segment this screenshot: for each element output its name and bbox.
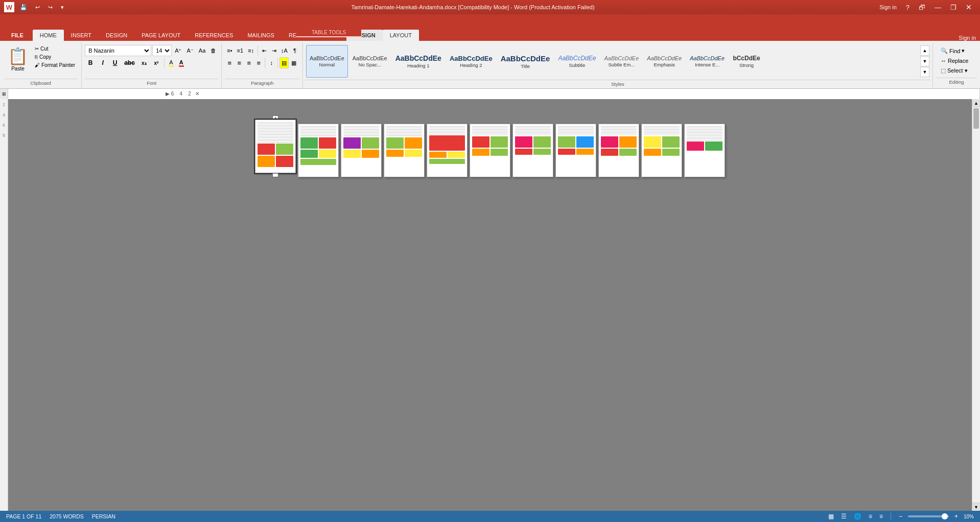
show-formatting-button[interactable]: ¶: [290, 45, 299, 56]
copy-button[interactable]: ⎘ Copy: [33, 53, 77, 61]
pages-container: ✛: [245, 99, 735, 193]
tab-references[interactable]: REFERENCES: [188, 30, 240, 41]
redo-button[interactable]: ↪: [45, 3, 55, 12]
clear-formatting-button[interactable]: 🗑: [208, 45, 218, 56]
style-item-subtitle[interactable]: AaBbCcDdEeSubtitle: [554, 45, 599, 78]
format-painter-button[interactable]: 🖌 Format Painter: [33, 61, 77, 69]
zoom-out-btn[interactable]: −: [897, 513, 904, 520]
increase-indent-button[interactable]: ⇥: [269, 45, 278, 56]
style-item-normal[interactable]: AaBbCcDdEeNormal: [306, 45, 348, 78]
style-item-title[interactable]: AaBbCcDdEeTitle: [497, 45, 554, 78]
undo-button[interactable]: ↩: [33, 3, 42, 12]
outline-view-btn[interactable]: ≡: [867, 513, 874, 520]
style-item-heading[interactable]: AaBbCcDdEeHeading 2: [446, 45, 496, 78]
zoom-slider[interactable]: [908, 515, 949, 517]
style-item-nospac[interactable]: AaBbCcDdEeNo Spac...: [349, 45, 391, 78]
quick-save-button[interactable]: 💾: [17, 3, 30, 12]
styles-more[interactable]: ▼: [920, 67, 929, 77]
tab-insert[interactable]: INSERT: [64, 30, 99, 41]
style-item-emphasis[interactable]: AaBbCcDdEeEmphasis: [643, 45, 685, 78]
restore-button[interactable]: ❐: [946, 3, 961, 12]
shading-button[interactable]: ▤: [279, 57, 289, 68]
tab-mailings[interactable]: MAILINGS: [240, 30, 282, 41]
sign-in-btn[interactable]: Sign in: [959, 35, 976, 41]
styles-scroll-up[interactable]: ▲: [920, 45, 929, 56]
page-3: [341, 124, 382, 177]
font-color-button[interactable]: A: [177, 57, 186, 68]
subscript-button[interactable]: x₂: [138, 57, 150, 68]
bullets-button[interactable]: ≡•: [225, 45, 234, 56]
web-layout-btn[interactable]: 🌐: [852, 513, 863, 520]
borders-button[interactable]: ▦: [289, 57, 298, 68]
align-right-button[interactable]: ≡: [244, 57, 253, 68]
styles-label: Styles: [305, 80, 930, 87]
style-item-heading[interactable]: AaBbCcDdEeHeading 1: [392, 45, 445, 78]
strikethrough-button[interactable]: abc: [122, 57, 137, 68]
document-area[interactable]: ✛: [8, 99, 972, 511]
italic-button[interactable]: I: [97, 57, 108, 68]
page-7: [512, 124, 553, 177]
tab-page-layout[interactable]: PAGE LAYOUT: [134, 30, 188, 41]
style-item-strong[interactable]: bCcDdEeStrong: [729, 45, 764, 78]
line-spacing-button[interactable]: ↕: [267, 57, 276, 68]
font-row2: B I U abc x₂ x² A A: [85, 57, 186, 68]
text-highlight-button[interactable]: A: [167, 57, 176, 68]
style-item-intensee[interactable]: AaBbCcDdEeIntense E...: [686, 45, 728, 78]
format-painter-icon: 🖌: [35, 62, 40, 68]
select-icon: ⬚: [941, 67, 946, 74]
sign-in-label[interactable]: Sign in: [879, 4, 897, 10]
align-left-button[interactable]: ≡: [225, 57, 234, 68]
align-center-button[interactable]: ≡: [235, 57, 244, 68]
decrease-indent-button[interactable]: ⇤: [260, 45, 269, 56]
paste-button[interactable]: 📋 Paste: [4, 45, 32, 73]
scroll-thumb[interactable]: [973, 108, 979, 129]
draft-view-btn[interactable]: ≡: [878, 513, 884, 520]
close-button[interactable]: ✕: [962, 2, 976, 12]
para-divider2: [265, 58, 265, 68]
tab-file[interactable]: FILE: [2, 30, 33, 41]
change-case-button[interactable]: Aa: [197, 45, 207, 56]
page-bottom-handle[interactable]: [272, 173, 278, 177]
print-layout-btn[interactable]: ▦: [827, 513, 835, 520]
styles-gallery: AaBbCcDdEeNormalAaBbCcDdEeNo Spac...AaBb…: [305, 44, 919, 79]
font-name-select[interactable]: B Nazanin: [85, 45, 151, 56]
numbering-button[interactable]: ≡1: [235, 45, 246, 56]
cut-button[interactable]: ✂ Cut: [33, 45, 77, 53]
style-item-subtleem[interactable]: AaBbCcDdEeSubtle Em...: [600, 45, 642, 78]
multilevel-button[interactable]: ≡↕: [246, 45, 256, 56]
cut-icon: ✂: [35, 46, 39, 52]
page-1-img-4: [276, 156, 293, 167]
superscript-button[interactable]: x²: [151, 57, 162, 68]
justify-button[interactable]: ≡: [254, 57, 263, 68]
grow-font-button[interactable]: A⁺: [173, 45, 183, 56]
ruler-corner[interactable]: ⊞: [0, 89, 8, 99]
scroll-up-btn[interactable]: ▲: [972, 99, 980, 107]
zoom-in-btn[interactable]: +: [953, 513, 960, 520]
page-info: PAGE 1 OF 11: [6, 513, 41, 519]
para-divider3: [277, 58, 278, 68]
main-tabs: FILE HOME INSERT DESIGN PAGE LAYOUT REFE…: [0, 28, 980, 41]
minimize-button[interactable]: —: [930, 3, 945, 12]
tab-design[interactable]: DESIGN: [99, 30, 134, 41]
customize-quick-access[interactable]: ▾: [58, 3, 66, 12]
replace-button[interactable]: ↔ Replace: [937, 56, 976, 65]
copy-icon: ⎘: [35, 54, 38, 60]
help-button[interactable]: ?: [902, 3, 914, 12]
ruler-marker: ▶ 6 4 2 ✕: [166, 89, 199, 99]
find-button[interactable]: 🔍 Find ▾: [937, 46, 976, 56]
shrink-font-button[interactable]: A⁻: [184, 45, 195, 56]
right-scroll-bar[interactable]: ▲ ▼: [972, 99, 980, 511]
tab-table-layout[interactable]: LAYOUT: [383, 30, 419, 41]
scroll-down-btn[interactable]: ▼: [972, 503, 980, 511]
styles-scroll-down[interactable]: ▼: [920, 56, 929, 66]
para-row2: ≡ ≡ ≡ ≡ ↕ ▤ ▦: [225, 57, 299, 68]
underline-button[interactable]: U: [109, 57, 121, 68]
select-button[interactable]: ⬚ Select ▾: [937, 66, 976, 76]
font-size-select[interactable]: 14: [152, 45, 172, 56]
page-10: [641, 124, 682, 177]
ribbon-display-button[interactable]: 🗗: [915, 3, 929, 12]
sort-button[interactable]: ↕A: [279, 45, 290, 56]
bold-button[interactable]: B: [85, 57, 96, 68]
full-reading-btn[interactable]: ☰: [839, 513, 848, 520]
tab-home[interactable]: HOME: [33, 30, 64, 41]
